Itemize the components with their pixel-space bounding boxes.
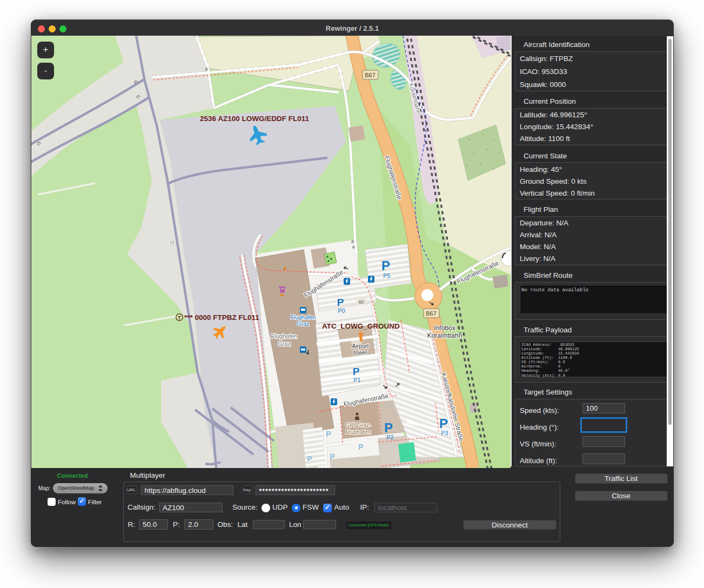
svg-text:P3: P3 xyxy=(441,430,448,436)
svg-text:P: P xyxy=(384,420,393,435)
svg-text:*: * xyxy=(498,152,500,157)
svg-text:tower: tower xyxy=(353,349,367,356)
svg-text:Infobox: Infobox xyxy=(434,324,455,332)
svg-text:P: P xyxy=(353,366,360,377)
svg-text:P: P xyxy=(326,430,331,438)
svg-text:Graz: Graz xyxy=(278,340,291,347)
svg-text:*: * xyxy=(493,167,494,172)
svg-text:Flughafen: Flughafen xyxy=(346,429,371,435)
svg-text:40: 40 xyxy=(358,299,364,305)
svg-text:2536 AZ100 LOWG/EDDF FL011: 2536 AZ100 LOWG/EDDF FL011 xyxy=(200,115,310,123)
svg-text:≠: ≠ xyxy=(351,239,354,244)
svg-text:≠: ≠ xyxy=(205,66,208,72)
svg-text:*: * xyxy=(480,162,481,166)
svg-text:P: P xyxy=(358,443,363,451)
svg-text:Airport: Airport xyxy=(352,343,369,349)
svg-text:*: * xyxy=(482,132,484,137)
svg-text:ATC_LOWG_GROUND: ATC_LOWG_GROUND xyxy=(322,322,400,330)
svg-text:Graz: Graz xyxy=(297,320,310,327)
svg-text:*** 0000 FTPBZ FL011: *** 0000 FTPBZ FL011 xyxy=(184,313,259,322)
svg-text:*: * xyxy=(493,138,494,143)
svg-text:P1: P1 xyxy=(353,377,360,383)
svg-text:P0: P0 xyxy=(338,308,345,314)
svg-text:Flughafen: Flughafen xyxy=(291,314,316,320)
svg-text:Flughafen: Flughafen xyxy=(271,333,298,339)
svg-text:T: T xyxy=(178,315,181,320)
svg-text:P5: P5 xyxy=(383,272,390,279)
svg-text:P: P xyxy=(381,258,390,273)
svg-text:GPI Graz-: GPI Graz- xyxy=(345,422,371,428)
svg-text:*: * xyxy=(466,164,467,169)
svg-text:P: P xyxy=(337,297,344,308)
svg-text:B67: B67 xyxy=(426,310,437,317)
svg-text:P: P xyxy=(307,455,312,463)
svg-text:B67: B67 xyxy=(365,72,376,78)
svg-text:Koralmbahn: Koralmbahn xyxy=(427,332,462,339)
svg-text:*: * xyxy=(473,152,475,157)
svg-text:*: * xyxy=(486,148,488,152)
svg-text:P: P xyxy=(330,452,334,461)
svg-text:*: * xyxy=(469,138,471,143)
svg-text:P: P xyxy=(439,416,448,431)
svg-text:P2: P2 xyxy=(386,434,393,440)
svg-text:≠: ≠ xyxy=(352,244,355,250)
